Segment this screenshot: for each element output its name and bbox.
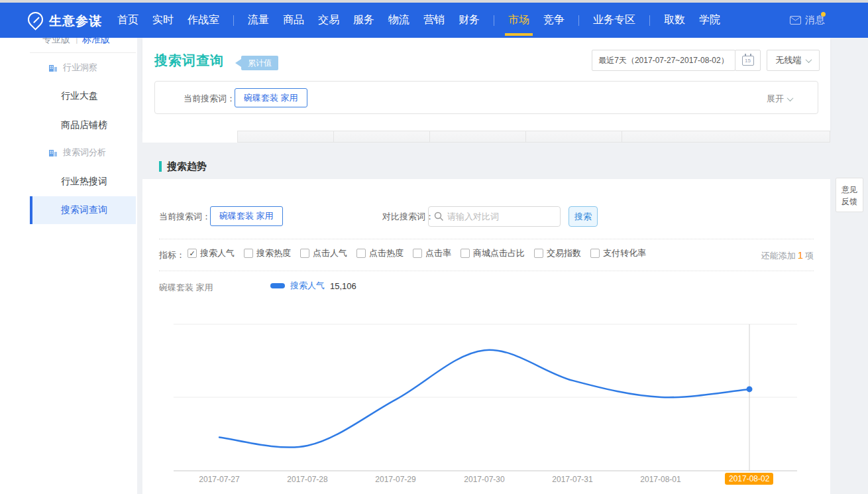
nav-divider <box>649 15 650 26</box>
nav-menu: 首页 实时 作战室 流量 商品 交易 服务 物流 营销 财务 市场 竞争 业务专… <box>117 3 720 38</box>
nav-item-trade[interactable]: 交易 <box>318 13 339 27</box>
search-button[interactable]: 搜索 <box>569 206 598 227</box>
current-search-term-box: 当前搜索词： 碗碟套装 家用 展开 <box>154 81 818 114</box>
compare-term-label: 对比搜索词： <box>382 211 434 223</box>
remaining-addable-hint: 还能添加 1 项 <box>761 249 814 262</box>
checkbox-icon: ✓ <box>461 249 470 258</box>
metric-checkbox-search-popularity[interactable]: ✓搜索人气 <box>188 247 235 259</box>
nav-item-home[interactable]: 首页 <box>117 13 138 27</box>
message-entry[interactable]: 消息 <box>790 3 825 38</box>
metric-checkbox-pay-conversion[interactable]: ✓支付转化率 <box>590 247 646 259</box>
metric-checkbox-click-rate[interactable]: ✓点击率 <box>413 247 451 259</box>
sidebar-group-search-term-analysis: 搜索词分析 <box>63 147 106 158</box>
metric-checkbox-mall-click-share[interactable]: ✓商城点击占比 <box>461 247 525 259</box>
legend-marker <box>270 283 285 288</box>
nav-item-academy[interactable]: 学院 <box>699 13 720 27</box>
sidebar-group-industry-insight: 行业洞察 <box>63 62 97 74</box>
envelope-icon <box>790 16 801 25</box>
nav-item-finance[interactable]: 财务 <box>459 13 480 27</box>
legend-latest-value: 15,106 <box>330 281 356 291</box>
checkbox-icon: ✓ <box>300 249 309 258</box>
sidebar <box>0 38 137 494</box>
compare-input-wrap <box>428 206 561 227</box>
metric-tab[interactable] <box>526 131 622 143</box>
metric-checkbox-click-popularity[interactable]: ✓点击人气 <box>300 247 347 259</box>
top-navbar: 生意参谋 首页 实时 作战室 流量 商品 交易 服务 物流 营销 财务 市场 竞… <box>0 3 868 38</box>
dotted-divider <box>159 271 814 271</box>
expand-label: 展开 <box>767 93 784 105</box>
feedback-line1: 意见 <box>836 184 863 196</box>
compass-logo-icon <box>25 9 46 31</box>
checkbox-icon: ✓ <box>534 249 543 258</box>
metric-tab[interactable] <box>334 131 430 143</box>
checkbox-icon: ✓ <box>590 249 600 258</box>
calendar-icon: 15 <box>742 56 754 66</box>
nav-item-warroom[interactable]: 作战室 <box>188 13 219 27</box>
metric-tab-strip <box>142 131 830 143</box>
calendar-button[interactable]: 15 <box>735 50 761 71</box>
sidebar-item-search-term-query[interactable]: 搜索词查询 <box>61 204 107 216</box>
metric-tab[interactable] <box>238 131 334 143</box>
nav-item-competition[interactable]: 竞争 <box>543 13 565 27</box>
metric-checkbox-click-heat[interactable]: ✓点击热度 <box>356 247 404 259</box>
sidebar-divider <box>30 52 136 53</box>
x-axis-label: 2017-07-30 <box>458 475 511 484</box>
chevron-down-icon <box>787 95 794 101</box>
nav-item-traffic[interactable]: 流量 <box>248 13 269 27</box>
nav-item-service[interactable]: 服务 <box>353 13 374 27</box>
metric-tab-active[interactable] <box>142 131 238 143</box>
date-range-button[interactable]: 最近7天（2017-07-27~2017-08-02） <box>592 50 735 71</box>
nav-item-marketing[interactable]: 营销 <box>423 13 445 27</box>
unread-dot <box>821 12 826 17</box>
metric-checkbox-trade-index[interactable]: ✓交易指数 <box>534 247 581 259</box>
checkbox-icon: ✓ <box>188 249 197 258</box>
section-accent-bar <box>159 161 162 172</box>
current-term-chip[interactable]: 碗碟套装 家用 <box>235 88 307 107</box>
metric-tab[interactable] <box>622 131 830 143</box>
industry-insight-icon <box>48 63 58 72</box>
device-dropdown-value: 无线端 <box>776 54 802 66</box>
x-axis-label-highlighted: 2017-08-02 <box>725 473 773 485</box>
x-axis-label: 2017-07-27 <box>193 475 246 484</box>
page-title: 搜索词查询 <box>154 52 224 70</box>
badge-arrow <box>231 59 241 67</box>
nav-item-goods[interactable]: 商品 <box>283 13 304 27</box>
sidebar-item-industry-board[interactable]: 行业大盘 <box>61 90 98 102</box>
nav-item-market[interactable]: 市场 <box>508 13 529 27</box>
metric-checkbox-search-heat[interactable]: ✓搜索热度 <box>244 247 291 259</box>
sidebar-selected-bar <box>30 196 32 224</box>
feedback-line2: 反馈 <box>836 196 863 208</box>
nav-divider <box>578 15 579 26</box>
nav-item-data-fetch[interactable]: 取数 <box>664 13 685 27</box>
nav-item-realtime[interactable]: 实时 <box>152 13 174 27</box>
nav-item-business-zone[interactable]: 业务专区 <box>593 13 635 27</box>
nav-divider <box>233 15 234 26</box>
checkbox-icon: ✓ <box>244 249 253 258</box>
series-legend[interactable]: 搜索人气 15,106 <box>270 280 356 292</box>
remaining-suffix: 项 <box>805 250 814 262</box>
trend-current-term-label: 当前搜索词： <box>159 211 211 223</box>
expand-toggle[interactable]: 展开 <box>767 93 792 105</box>
feedback-button[interactable]: 意见 反馈 <box>836 178 863 212</box>
trend-current-term-chip[interactable]: 碗碟套装 家用 <box>210 206 283 226</box>
remaining-prefix: 还能添加 <box>761 250 796 262</box>
query-header-panel: 搜索词查询 累计值 最近7天（2017-07-27~2017-08-02） 15… <box>142 38 830 131</box>
cumulative-badge: 累计值 <box>241 56 278 70</box>
x-axis-label: 2017-07-28 <box>281 475 334 484</box>
series-term-label: 碗碟套装 家用 <box>159 282 213 294</box>
sidebar-item-industry-hot-words[interactable]: 行业热搜词 <box>61 176 107 188</box>
x-axis-label: 2017-07-31 <box>546 475 599 484</box>
metric-tab[interactable] <box>430 131 526 143</box>
sidebar-item-product-shop-rank[interactable]: 商品店铺榜 <box>61 119 107 131</box>
search-trend-panel: 当前搜索词： 碗碟套装 家用 对比搜索词： 搜索 指标： ✓搜索人气 ✓搜索热度… <box>142 179 830 494</box>
nav-item-logistics[interactable]: 物流 <box>388 13 409 27</box>
x-axis-label: 2017-07-29 <box>369 475 422 484</box>
chart-canvas <box>142 305 830 494</box>
nav-divider <box>494 15 494 26</box>
metrics-checkbox-row: ✓搜索人气 ✓搜索热度 ✓点击人气 ✓点击热度 ✓点击率 ✓商城点击占比 ✓交易… <box>188 247 646 259</box>
chevron-down-icon <box>805 56 812 63</box>
search-icon <box>434 212 444 221</box>
compare-term-input[interactable] <box>447 207 559 226</box>
latest-point-dot[interactable] <box>747 386 753 392</box>
device-dropdown[interactable]: 无线端 <box>767 50 820 71</box>
